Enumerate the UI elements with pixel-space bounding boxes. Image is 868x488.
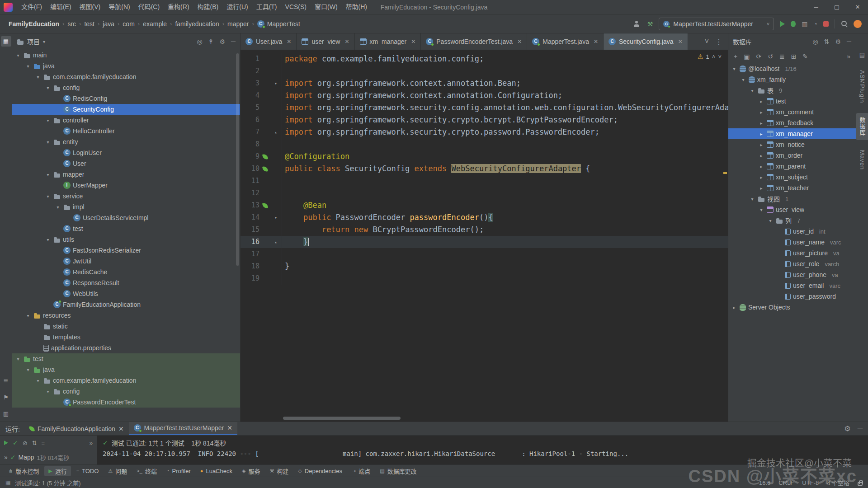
tool-stripe-asmplugin[interactable]: ASMPlugin [857, 66, 868, 107]
gutter-12[interactable]: 12 [241, 187, 282, 199]
toolwindow-button-item[interactable]: ⊸端点 [348, 466, 374, 476]
close-tab-icon[interactable]: ✕ [678, 38, 683, 45]
line-number[interactable]: 6 [241, 114, 259, 126]
project-item-user[interactable]: CUser [12, 158, 240, 169]
expand-arrow-icon[interactable]: ▾ [25, 64, 31, 69]
indent-style[interactable]: 4 个空格 [827, 479, 849, 487]
db-item-xm-subject[interactable]: ▸xm_subject [728, 172, 856, 183]
setup-sdk-icon[interactable]: ⚒ [647, 20, 653, 28]
line-number[interactable]: 11 [241, 175, 259, 187]
editor-tab-securityconfig-java[interactable]: CSecurityConfig.java✕ [604, 33, 688, 50]
code-line-5[interactable]: 5import org.springframework.security.con… [241, 102, 728, 114]
menu-item-6[interactable]: 构建(B) [193, 0, 223, 14]
database-panel-title[interactable]: 数据库 [733, 37, 752, 46]
hidden-tabs-icon[interactable]: ˅ [705, 38, 709, 46]
run-console[interactable]: ✓ 测试 已通过: 1共 1 个测试 – 1秒 814毫秒 2024-11-04… [97, 436, 868, 465]
project-item-config[interactable]: ▾config [12, 386, 240, 397]
toolwindow-button-item[interactable]: ◈服务 [238, 466, 264, 476]
locate-object-icon[interactable]: ◎ [813, 38, 818, 45]
db-item-user-role[interactable]: user_rolevarch [728, 258, 856, 269]
code-line-12[interactable]: 12 [241, 187, 728, 199]
project-item-familyeducationapplication[interactable]: CFamilyEducationApplication [12, 299, 240, 310]
project-item-mapper[interactable]: ▾mapper [12, 169, 240, 180]
line-number[interactable]: 3 [241, 77, 259, 89]
project-item-passwordencodertest[interactable]: CPasswordEncoderTest [12, 397, 240, 408]
gutter-7[interactable]: 7▴ [241, 126, 282, 138]
caret-position[interactable]: 16:6 [759, 479, 770, 486]
code-line-9[interactable]: 9@Configuration [241, 150, 728, 163]
gutter-11[interactable]: 11 [241, 175, 282, 187]
expand-arrow-icon[interactable]: ▾ [767, 218, 774, 223]
run-tab-mappertest-testusermapper[interactable]: CMapperTest.testUserMapper✕ [129, 422, 237, 435]
toolwindow-button-dependencies[interactable]: ◇Dependencies [294, 467, 346, 475]
run-button[interactable] [780, 21, 785, 27]
breadcrumb-item-familyeducation[interactable]: familyeducation [173, 19, 221, 28]
menu-item-11[interactable]: 帮助(H) [342, 0, 371, 14]
breadcrumb-item-example[interactable]: example [141, 19, 169, 28]
gutter-10[interactable]: 10 [241, 163, 282, 175]
expand-arrow-icon[interactable]: ▾ [35, 378, 41, 383]
db-item-user-phone[interactable]: user_phoneva [728, 269, 856, 280]
project-item-main[interactable]: ▾main [12, 50, 240, 61]
breadcrumb-item-src[interactable]: src [65, 19, 78, 28]
db-item-xm-order[interactable]: ▸xm_order [728, 150, 856, 161]
project-item-redisconfig[interactable]: CRedisConfig [12, 93, 240, 104]
test-tree[interactable]: » ✓ Mapp 1秒 814毫秒 [0, 450, 97, 465]
line-number[interactable]: 14 [241, 211, 259, 224]
project-item-com-example-familyeducation[interactable]: ▾com.example.familyeducation [12, 375, 240, 386]
project-item-java[interactable]: ▾java [12, 364, 240, 375]
expand-arrow-icon[interactable]: ▾ [35, 75, 41, 80]
fold-open-icon[interactable]: ▾ [270, 211, 281, 224]
duplicate-icon[interactable]: ▣ [744, 53, 750, 60]
project-scrollbar[interactable] [236, 53, 239, 266]
avatar[interactable] [854, 20, 862, 28]
code-line-16[interactable]: 16▴ } [241, 236, 728, 248]
code-line-18[interactable]: 18} [241, 260, 728, 272]
code-line-13[interactable]: 13 @Bean [241, 199, 728, 211]
expand-arrow-icon[interactable]: ▾ [45, 172, 51, 177]
tool-stripe-maven[interactable]: Maven [857, 146, 868, 174]
expand-arrow-icon[interactable]: ▸ [758, 142, 764, 147]
gutter-8[interactable]: 8 [241, 138, 282, 150]
menu-item-1[interactable]: 编辑(E) [46, 0, 75, 14]
code-line-14[interactable]: 14▾ public PasswordEncoder passwordEncod… [241, 211, 728, 224]
edit-icon[interactable]: ✎ [802, 53, 808, 60]
notifications-icon[interactable]: ▤ [857, 50, 868, 60]
expand-arrow-icon[interactable]: ▾ [749, 197, 755, 202]
db-item-xm-notice[interactable]: ▸xm_notice [728, 139, 856, 150]
code-line-15[interactable]: 15 return new BCryptPasswordEncoder(); [241, 224, 728, 236]
db-item-localhost[interactable]: ▾@localhost1/16 [728, 63, 856, 74]
expand-arrow-icon[interactable]: ▾ [25, 313, 31, 318]
more-icon[interactable]: » [847, 53, 850, 60]
menu-item-8[interactable]: 工具(T) [252, 0, 281, 14]
toolwindow-button-item[interactable]: ⚒构建 [265, 466, 292, 476]
toolwindow-button-item[interactable]: ▶运行 [44, 466, 71, 476]
db-item-xm-parent[interactable]: ▸xm_parent [728, 161, 856, 172]
breadcrumb-item-mapper[interactable]: mapper [225, 19, 251, 28]
db-item-user-id[interactable]: user_idint [728, 226, 856, 237]
project-item-fastjsonredisserializer[interactable]: CFastJsonRedisSerializer [12, 245, 240, 256]
project-item-resources[interactable]: ▾resources [12, 310, 240, 321]
db-item-test[interactable]: ▸test [728, 96, 856, 107]
expand-arrow-icon[interactable]: ▾ [45, 389, 51, 394]
gutter-1[interactable]: 1 [241, 53, 282, 65]
gutter-3[interactable]: 3▾ [241, 77, 282, 89]
debug-button[interactable] [791, 21, 796, 27]
project-item-usermapper[interactable]: IUserMapper [12, 180, 240, 191]
run-tab-familyeducationapplication[interactable]: FamilyEducationApplication✕ [24, 422, 129, 435]
line-number[interactable]: 15 [241, 224, 259, 236]
ignore-toggle[interactable]: ⊘ [23, 440, 28, 446]
gutter-2[interactable]: 2 [241, 65, 282, 77]
code-line-3[interactable]: 3▾import org.springframework.context.ann… [241, 77, 728, 89]
search-everywhere-icon[interactable] [841, 20, 848, 27]
expand-arrow-icon[interactable]: ▸ [758, 110, 764, 115]
db-item-user-password[interactable]: user_password [728, 291, 856, 302]
db-item-xm-teacher[interactable]: ▸xm_teacher [728, 183, 856, 193]
project-stripe-icon[interactable]: ▦ [1, 36, 11, 47]
project-item-rediscache[interactable]: CRedisCache [12, 267, 240, 277]
db-item-xm-comment[interactable]: ▸xm_comment [728, 107, 856, 117]
fold-open-icon[interactable]: ▾ [270, 77, 281, 89]
show-passed-toggle[interactable]: ✓ [13, 439, 18, 446]
add-datasource-icon[interactable]: + [734, 53, 737, 60]
db-item-user-picture[interactable]: user_pictureva [728, 248, 856, 258]
